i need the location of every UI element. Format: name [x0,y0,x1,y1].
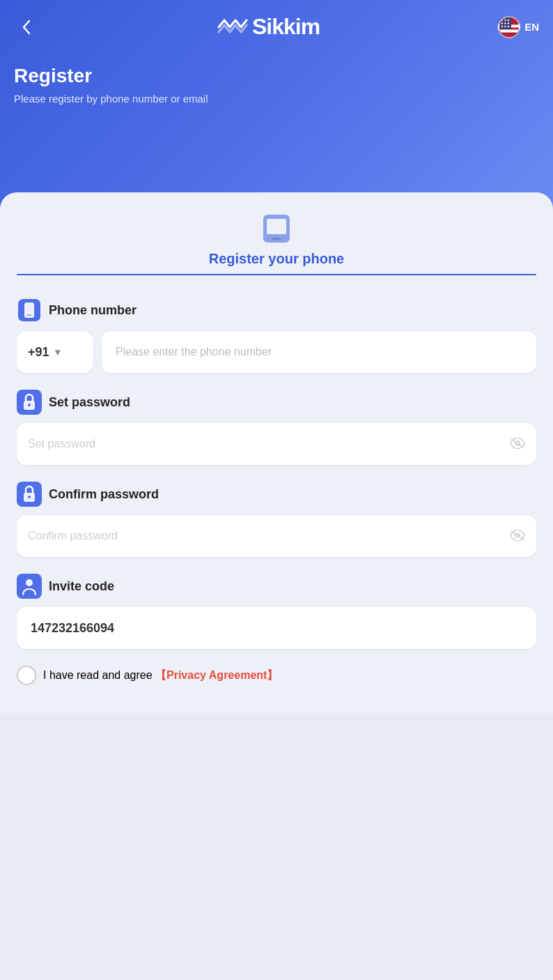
svg-point-5 [504,19,506,20]
country-code-button[interactable]: +91 ▾ [17,331,93,373]
invite-code-section: Invite code 147232166094 [17,574,536,649]
back-button[interactable] [14,15,39,40]
svg-point-21 [28,404,31,406]
password-eye-icon[interactable] [510,436,525,452]
confirm-password-field-icon [17,482,42,507]
confirm-password-eye-icon[interactable] [510,528,525,544]
chevron-down-icon: ▾ [55,346,60,358]
confirm-password-field-container [17,515,536,557]
tab-underline [17,274,536,275]
language-button[interactable]: EN [498,16,539,38]
phone-label-row: Phone number [17,298,536,323]
tab-section: Register your phone [17,213,536,275]
svg-point-8 [504,22,506,24]
phone-input[interactable] [102,331,536,373]
page-title: Register [14,65,539,87]
svg-point-11 [504,25,506,26]
svg-rect-2 [499,29,520,32]
password-section: Set password [17,390,536,465]
confirm-password-label-text: Confirm password [49,487,159,502]
page-subtitle: Please register by phone number or email [14,93,539,105]
confirm-password-label-row: Confirm password [17,482,536,507]
password-label-row: Set password [17,390,536,415]
svg-point-30 [26,579,33,586]
phone-section: Phone number +91 ▾ [17,298,536,373]
phone-input-row: +91 ▾ [17,331,536,373]
invite-code-label-text: Invite code [49,579,114,594]
invite-code-field[interactable]: 147232166094 [17,607,536,649]
phone-field-icon [17,298,42,323]
password-input[interactable] [28,438,510,450]
svg-point-12 [508,25,509,26]
password-label-text: Set password [49,395,130,410]
svg-point-4 [501,19,503,20]
svg-point-7 [501,22,503,24]
svg-point-6 [508,19,509,20]
svg-rect-15 [272,238,281,240]
tab-phone-title[interactable]: Register your phone [209,251,344,267]
invite-code-label-row: Invite code [17,574,536,599]
agreement-checkbox[interactable] [17,666,36,685]
header: Sikkim E [0,0,553,209]
flag-icon [498,16,520,38]
phone-label-text: Phone number [49,303,137,318]
agreement-text: I have read and agree 【Privacy Agreement… [43,668,278,683]
phone-tab-icon [258,213,295,244]
svg-rect-18 [26,314,32,316]
svg-point-26 [28,496,31,498]
confirm-password-input[interactable] [28,530,510,542]
svg-point-10 [501,25,503,26]
password-field-container [17,423,536,465]
country-code-value: +91 [28,345,49,360]
logo: Sikkim [217,14,320,40]
privacy-agreement-link[interactable]: 【Privacy Agreement】 [155,669,278,681]
invite-code-value: 147232166094 [31,621,114,636]
main-content: Register your phone Phone number +91 ▾ [0,192,553,713]
svg-point-9 [508,22,509,24]
password-field-icon [17,390,42,415]
svg-rect-14 [267,219,286,234]
agreement-row: I have read and agree 【Privacy Agreement… [17,666,536,685]
invite-code-field-icon [17,574,42,599]
confirm-password-section: Confirm password [17,482,536,557]
